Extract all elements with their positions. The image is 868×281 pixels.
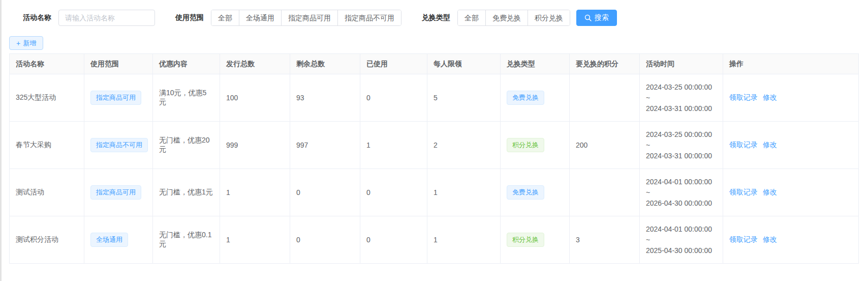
exchange-type-option-1[interactable]: 免费兑换 <box>485 10 528 25</box>
cell-text: 1 <box>433 188 438 196</box>
usage-scope-option-0[interactable]: 全部 <box>211 10 239 25</box>
cell-text: 测试积分活动 <box>16 235 58 243</box>
scope-tag: 指定商品可用 <box>90 91 141 105</box>
time-line: 2024-03-31 00:00:00 <box>646 103 717 114</box>
table-header-row: 活动名称使用范围优惠内容发行总数剩余总数已使用每人限领兑换类型要兑换的积分活动时… <box>10 54 859 74</box>
time-line: 2024-03-31 00:00:00 <box>646 151 717 161</box>
time-line: ~ <box>646 187 717 198</box>
usage-scope-label: 使用范围 <box>175 13 204 22</box>
remaining-cell: 0 <box>290 169 360 216</box>
activity-name-filter: 活动名称 <box>23 10 155 26</box>
edit-link[interactable]: 修改 <box>763 93 777 101</box>
discount-cell: 无门槛，优惠20元 <box>153 122 220 169</box>
view-records-link[interactable]: 领取记录 <box>729 140 758 149</box>
cell-text: 200 <box>576 141 587 149</box>
table-header: 活动名称使用范围优惠内容发行总数剩余总数已使用每人限领兑换类型要兑换的积分活动时… <box>10 54 859 74</box>
usage-scope-cell: 全场通用 <box>84 216 153 264</box>
activity-name-cell: 测试积分活动 <box>10 216 84 264</box>
exchange-type-tag: 积分兑换 <box>507 138 544 152</box>
add-button[interactable]: + 新增 <box>9 36 43 50</box>
exchange-type-cell: 积分兑换 <box>501 216 570 264</box>
view-records-link[interactable]: 领取记录 <box>729 93 758 101</box>
scope-tag: 指定商品不可用 <box>90 138 148 152</box>
time-line: 2024-04-01 00:00:00 <box>646 177 717 187</box>
time-line: 2024-03-25 00:00:00 <box>646 129 717 140</box>
per-person-limit-cell: 5 <box>427 74 501 122</box>
scope-tag: 指定商品可用 <box>90 185 141 200</box>
usage-scope-option-2[interactable]: 指定商品可用 <box>281 10 337 25</box>
edit-link[interactable]: 修改 <box>763 235 777 243</box>
activity-time-cell: 2024-03-25 00:00:00~2024-03-31 00:00:00 <box>640 122 723 169</box>
cell-text: 无门槛，优惠20元 <box>159 136 210 153</box>
per-person-limit-cell: 1 <box>427 216 501 264</box>
table-row: 325大型活动指定商品可用满10元，优惠5元1009305免费兑换2024-03… <box>10 74 859 122</box>
scope-tag: 全场通用 <box>90 233 128 247</box>
points-cell: 3 <box>570 216 640 264</box>
cell-text: 春节大采购 <box>16 140 51 149</box>
cell-text: 1 <box>226 188 230 196</box>
table-row: 春节大采购指定商品不可用无门槛，优惠20元99999712积分兑换2002024… <box>10 122 859 169</box>
points-cell <box>570 74 640 122</box>
remaining-cell: 0 <box>290 216 360 264</box>
edit-link[interactable]: 修改 <box>763 140 777 149</box>
column-header: 发行总数 <box>220 54 290 74</box>
view-records-link[interactable]: 领取记录 <box>729 188 758 196</box>
exchange-type-option-0[interactable]: 全部 <box>458 10 485 25</box>
column-header: 每人限领 <box>427 54 501 74</box>
cell-text: 1 <box>226 236 230 244</box>
discount-cell: 无门槛，优惠1元 <box>153 169 220 216</box>
cell-text: 93 <box>296 94 304 102</box>
table-body: 325大型活动指定商品可用满10元，优惠5元1009305免费兑换2024-03… <box>10 74 859 264</box>
table-row: 测试积分活动全场通用无门槛，优惠0.1元1001积分兑换32024-04-01 … <box>10 216 859 264</box>
search-button[interactable]: 搜索 <box>576 10 617 26</box>
time-line: ~ <box>646 93 717 103</box>
activity-table: 活动名称使用范围优惠内容发行总数剩余总数已使用每人限领兑换类型要兑换的积分活动时… <box>9 53 859 264</box>
column-header: 已使用 <box>360 54 427 74</box>
time-line: ~ <box>646 235 717 245</box>
used-cell: 0 <box>360 74 427 122</box>
actions-cell: 领取记录修改 <box>723 122 859 169</box>
points-cell: 200 <box>570 122 640 169</box>
usage-scope-option-1[interactable]: 全场通用 <box>239 10 281 25</box>
cell-text: 100 <box>226 94 238 102</box>
column-header: 要兑换的积分 <box>570 54 640 74</box>
exchange-type-option-2[interactable]: 积分兑换 <box>528 10 570 25</box>
total-issued-cell: 1 <box>220 216 290 264</box>
usage-scope-option-3[interactable]: 指定商品不可用 <box>337 10 401 25</box>
cell-text: 0 <box>296 188 300 196</box>
cell-text: 0 <box>366 236 370 244</box>
cell-text: 1 <box>366 141 370 149</box>
used-cell: 0 <box>360 169 427 216</box>
plus-icon: + <box>16 40 20 47</box>
cell-text: 997 <box>296 141 308 149</box>
cell-text: 测试活动 <box>16 188 44 196</box>
table-row: 测试活动指定商品可用无门槛，优惠1元1001免费兑换2024-04-01 00:… <box>10 169 859 216</box>
view-records-link[interactable]: 领取记录 <box>729 235 758 243</box>
column-header: 剩余总数 <box>290 54 360 74</box>
activity-name-cell: 325大型活动 <box>10 74 84 122</box>
used-cell: 1 <box>360 122 427 169</box>
total-issued-cell: 1 <box>220 169 290 216</box>
cell-text: 无门槛，优惠0.1元 <box>159 231 211 248</box>
time-line: 2024-03-25 00:00:00 <box>646 82 717 93</box>
cell-text: 0 <box>296 236 300 244</box>
cell-text: 325大型活动 <box>16 93 56 101</box>
usage-scope-cell: 指定商品可用 <box>84 169 153 216</box>
remaining-cell: 93 <box>290 74 360 122</box>
edit-link[interactable]: 修改 <box>763 188 777 196</box>
usage-scope-cell: 指定商品可用 <box>84 74 153 122</box>
remaining-cell: 997 <box>290 122 360 169</box>
usage-scope-filter: 使用范围 全部全场通用指定商品可用指定商品不可用 <box>175 10 401 26</box>
column-header: 兑换类型 <box>501 54 570 74</box>
exchange-type-tag: 免费兑换 <box>507 185 544 200</box>
time-line: 2024-04-01 00:00:00 <box>646 224 717 235</box>
column-header: 使用范围 <box>84 54 153 74</box>
activity-name-input[interactable] <box>58 10 155 26</box>
points-cell <box>570 169 640 216</box>
actions-cell: 领取记录修改 <box>723 216 859 264</box>
exchange-type-label: 兑换类型 <box>422 13 450 22</box>
activity-time-cell: 2024-04-01 00:00:00~2026-04-30 00:00:00 <box>640 169 723 216</box>
time-line: 2025-04-30 00:00:00 <box>646 245 717 256</box>
usage-scope-button-group: 全部全场通用指定商品可用指定商品不可用 <box>211 10 401 26</box>
column-header: 操作 <box>723 54 859 74</box>
